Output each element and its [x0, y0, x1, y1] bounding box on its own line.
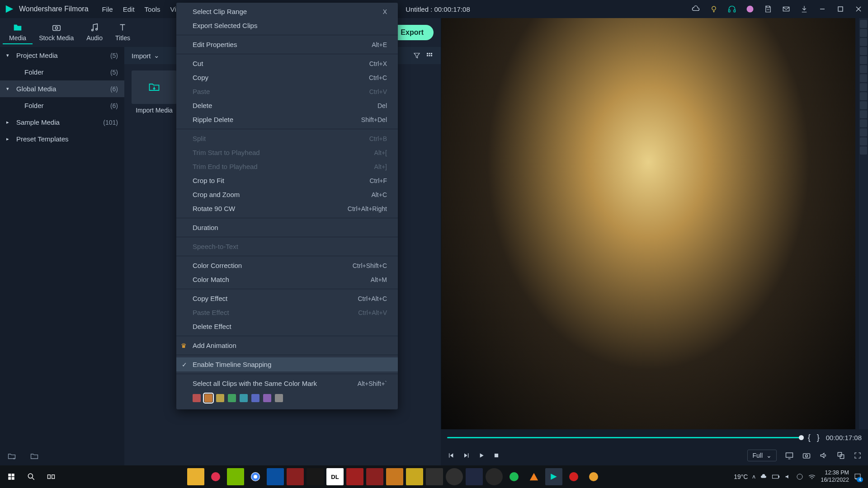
- tree-preset-templates[interactable]: ▸Preset Templates: [0, 131, 124, 147]
- taskbar-app[interactable]: [406, 468, 423, 485]
- taskbar-app[interactable]: [466, 468, 483, 485]
- taskbar-app[interactable]: [525, 468, 542, 485]
- taskbar-app[interactable]: [585, 468, 602, 485]
- tab-titles[interactable]: Titles: [109, 21, 137, 44]
- snapshot-icon[interactable]: [802, 451, 811, 460]
- tab-audio[interactable]: Audio: [80, 21, 109, 44]
- taskbar-app[interactable]: [426, 468, 443, 485]
- taskbar-app[interactable]: DL: [326, 468, 344, 485]
- weather-widget[interactable]: 19°C: [734, 473, 748, 480]
- maximize-button[interactable]: [835, 4, 845, 14]
- taskbar-app[interactable]: [287, 468, 304, 485]
- taskbar-app[interactable]: [227, 468, 244, 485]
- tab-media[interactable]: Media: [3, 21, 33, 44]
- volume-icon[interactable]: [819, 451, 828, 460]
- taskbar-app[interactable]: [307, 468, 324, 485]
- tree-folder-1[interactable]: Folder(5): [0, 64, 124, 80]
- fullscreen-icon[interactable]: [854, 451, 862, 460]
- taskbar-app[interactable]: [267, 468, 284, 485]
- color-swatch[interactable]: [251, 394, 259, 402]
- filter-icon[interactable]: [413, 52, 421, 60]
- context-menu-item[interactable]: Crop and ZoomAlt+C: [176, 188, 398, 202]
- context-menu-item[interactable]: DeleteDel: [176, 99, 398, 113]
- taskbar-app[interactable]: [446, 468, 463, 485]
- marker-ruler[interactable]: [859, 18, 868, 429]
- mail-icon[interactable]: [781, 4, 791, 14]
- context-menu-item[interactable]: Delete Effect: [176, 319, 398, 333]
- taskbar-app[interactable]: [486, 468, 503, 485]
- close-button[interactable]: [854, 4, 863, 14]
- menu-file[interactable]: File: [102, 5, 113, 13]
- avatar-icon[interactable]: [745, 4, 755, 14]
- taskbar-clock[interactable]: 12:38 PM 16/12/2022: [821, 469, 849, 483]
- tray-onedrive-icon[interactable]: [760, 473, 767, 480]
- color-swatch[interactable]: [216, 394, 224, 402]
- context-menu-item[interactable]: Select Clip RangeX: [176, 5, 398, 19]
- taskbar-app[interactable]: [366, 468, 383, 485]
- mark-out-icon[interactable]: }: [817, 433, 820, 442]
- new-folder-icon[interactable]: [7, 452, 16, 461]
- detach-icon[interactable]: [836, 451, 845, 460]
- tab-stock-media[interactable]: Stock Media: [33, 21, 80, 44]
- import-media-tile[interactable]: Import Media: [132, 70, 177, 121]
- context-menu-item[interactable]: ✓Enable Timeline Snapping: [176, 357, 398, 371]
- tray-volume-icon[interactable]: [784, 473, 792, 480]
- bulb-icon[interactable]: [709, 4, 719, 14]
- taskbar-app[interactable]: [346, 468, 363, 485]
- scrub-bar[interactable]: [447, 437, 802, 438]
- context-menu-item[interactable]: CopyCtrl+C: [176, 70, 398, 84]
- preview-viewport[interactable]: [441, 18, 855, 429]
- tree-folder-2[interactable]: Folder(6): [0, 97, 124, 114]
- context-menu-item[interactable]: Ripple DeleteShift+Del: [176, 113, 398, 127]
- taskbar-app[interactable]: [247, 468, 264, 485]
- context-menu-item[interactable]: Edit PropertiesAlt+E: [176, 38, 398, 52]
- color-swatch[interactable]: [193, 394, 201, 402]
- tray-wifi-icon[interactable]: [808, 474, 816, 480]
- context-menu-item[interactable]: Export Selected Clips: [176, 19, 398, 33]
- context-menu-item[interactable]: CutCtrl+X: [176, 56, 398, 70]
- taskbar-app[interactable]: [207, 468, 224, 485]
- color-swatch[interactable]: [263, 394, 271, 402]
- quality-dropdown[interactable]: Full⌄: [747, 450, 777, 461]
- play-button[interactable]: [478, 452, 485, 459]
- tray-lang-icon[interactable]: [796, 473, 803, 480]
- tray-chevron-icon[interactable]: ʌ: [752, 474, 755, 480]
- menu-edit[interactable]: Edit: [123, 5, 135, 13]
- prev-frame-button[interactable]: [447, 452, 454, 459]
- stop-button[interactable]: [493, 452, 500, 459]
- step-button[interactable]: [462, 452, 470, 459]
- color-swatch[interactable]: [275, 394, 283, 402]
- mark-in-icon[interactable]: {: [808, 433, 811, 442]
- context-menu-item[interactable]: ♛Add Animation: [176, 338, 398, 352]
- task-view-button[interactable]: [42, 468, 60, 485]
- taskbar-app[interactable]: [187, 468, 204, 485]
- context-menu-item[interactable]: Rotate 90 CWCtrl+Alt+Right: [176, 202, 398, 216]
- minimize-button[interactable]: [817, 4, 827, 14]
- import-dropdown[interactable]: Import⌄: [132, 52, 160, 60]
- context-menu-item[interactable]: Color MatchAlt+M: [176, 272, 398, 286]
- context-menu-item[interactable]: Copy EffectCtrl+Alt+C: [176, 291, 398, 305]
- tray-battery-icon[interactable]: [772, 474, 780, 479]
- headphones-icon[interactable]: [727, 4, 737, 14]
- download-icon[interactable]: [799, 4, 809, 14]
- taskbar-app[interactable]: [386, 468, 403, 485]
- context-menu-item[interactable]: Select all Clips with the Same Color Mar…: [176, 376, 398, 390]
- context-menu-item[interactable]: Crop to FitCtrl+F: [176, 174, 398, 188]
- taskbar-app[interactable]: [565, 468, 582, 485]
- taskbar-app-active[interactable]: [545, 468, 562, 485]
- context-menu-item[interactable]: Duration: [176, 221, 398, 235]
- save-icon[interactable]: [763, 4, 773, 14]
- color-swatch[interactable]: [204, 394, 212, 402]
- taskbar-app[interactable]: [505, 468, 523, 485]
- tree-sample-media[interactable]: ▸Sample Media(101): [0, 114, 124, 131]
- color-swatch[interactable]: [240, 394, 248, 402]
- color-swatch[interactable]: [228, 394, 236, 402]
- grid-view-icon[interactable]: [425, 52, 434, 60]
- tree-project-media[interactable]: ▾Project Media(5): [0, 47, 124, 64]
- cloud-icon[interactable]: [691, 4, 701, 14]
- tree-global-media[interactable]: ▾Global Media(6): [0, 80, 124, 97]
- context-menu-item[interactable]: Color CorrectionCtrl+Shift+C: [176, 258, 398, 272]
- open-folder-icon[interactable]: [30, 452, 39, 461]
- search-button[interactable]: [23, 468, 40, 485]
- display-icon[interactable]: [785, 451, 794, 460]
